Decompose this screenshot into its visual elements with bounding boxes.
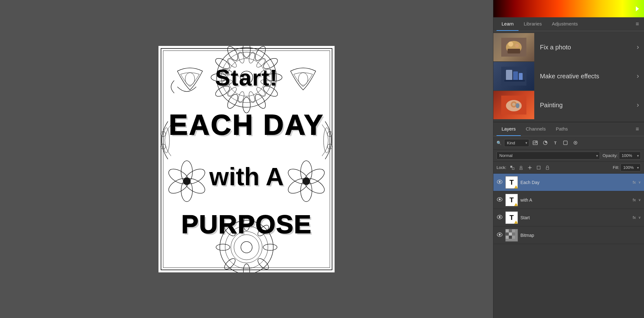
svg-rect-89: [512, 168, 514, 170]
layer-name-start: Start: [520, 215, 630, 220]
svg-rect-85: [564, 141, 567, 145]
svg-point-95: [499, 181, 501, 183]
type-icon: T: [554, 141, 557, 145]
layer-name-bitmap: Bitmap: [520, 233, 641, 238]
layer-item-start[interactable]: T ! Start fx ∨: [493, 209, 644, 226]
kind-select-wrapper[interactable]: Kind: [504, 139, 529, 147]
filter-type-btn[interactable]: T: [551, 139, 559, 147]
canvas-text-each-day: EACH DAY: [169, 109, 324, 141]
lock-image-btn[interactable]: [518, 164, 525, 171]
lock-position-btn[interactable]: [526, 164, 533, 171]
artwork-canvas: Start! EACH DAY with A PURPOSE: [158, 46, 335, 272]
layer-thumb-bitmap: [505, 229, 518, 242]
layers-list: T ! Each Day fx ∨ T ! with A fx ∨: [493, 174, 644, 318]
layer-thumb-each-day: T !: [505, 176, 518, 189]
fill-label: Fill:: [613, 165, 619, 170]
layers-panel-tabs: Layers Channels Paths ≡: [493, 122, 644, 136]
layer-thumb-text-icon-with-a: T: [509, 196, 514, 204]
layer-item-bitmap[interactable]: Bitmap: [493, 226, 644, 244]
svg-point-57: [183, 177, 191, 185]
svg-rect-116: [509, 236, 512, 239]
color-gradient: [493, 0, 644, 17]
lock-artboard-btn[interactable]: [535, 164, 542, 171]
filter-shape-btn[interactable]: [561, 139, 569, 147]
svg-rect-73: [506, 70, 512, 81]
svg-rect-92: [537, 166, 540, 169]
learn-card-fix-photo-label: Fix a photo: [534, 44, 637, 51]
blend-mode-select[interactable]: Normal: [497, 152, 600, 159]
tab-learn[interactable]: Learn: [497, 17, 519, 31]
layer-fx-arrow-each-day[interactable]: ∨: [638, 180, 641, 184]
learn-panel-menu-icon[interactable]: ≡: [634, 20, 641, 29]
color-bar: [493, 0, 644, 17]
search-icon: 🔍: [497, 141, 502, 145]
layer-thumb-with-a: T !: [505, 194, 518, 206]
lock-all-btn[interactable]: [544, 164, 551, 171]
layer-thumb-text-icon-each-day: T: [509, 178, 514, 187]
layer-fx-each-day[interactable]: fx: [633, 180, 636, 185]
layer-fx-with-a[interactable]: fx: [633, 198, 636, 202]
learn-card-fix-photo[interactable]: Fix a photo ›: [493, 33, 644, 61]
svg-point-90: [520, 166, 522, 168]
kind-select[interactable]: Kind: [504, 139, 529, 147]
layer-visibility-start[interactable]: [497, 215, 503, 220]
svg-point-80: [516, 103, 519, 108]
svg-point-69: [508, 42, 513, 47]
canvas-text-purpose: PURPOSE: [181, 209, 312, 239]
lock-pixels-btn[interactable]: [509, 164, 516, 171]
tab-libraries[interactable]: Libraries: [519, 17, 547, 31]
blend-opacity-row: Normal Opacity:: [493, 150, 644, 162]
svg-rect-112: [506, 232, 509, 236]
tab-layers[interactable]: Layers: [497, 122, 521, 136]
layer-thumb-text-icon-start: T: [509, 214, 514, 222]
svg-point-107: [499, 234, 501, 236]
learn-card-creative[interactable]: Make creative effects ›: [493, 62, 644, 90]
svg-rect-76: [504, 80, 525, 81]
color-bar-indicator: [636, 0, 641, 17]
svg-point-87: [575, 142, 576, 143]
fill-control: Fill:: [613, 164, 641, 171]
blend-mode-wrapper[interactable]: Normal: [497, 152, 600, 159]
svg-point-99: [499, 198, 501, 200]
svg-rect-117: [512, 236, 515, 239]
svg-rect-71: [508, 49, 520, 53]
svg-rect-93: [546, 167, 549, 170]
learn-card-painting-thumb: [493, 91, 534, 119]
svg-point-81: [512, 103, 515, 106]
filter-smart-btn[interactable]: [571, 139, 580, 147]
filter-adjustment-btn[interactable]: [541, 139, 549, 147]
svg-rect-88: [510, 166, 512, 168]
opacity-input-wrapper[interactable]: [619, 152, 641, 159]
layer-name-each-day: Each Day: [520, 180, 630, 185]
learn-card-fix-photo-arrow: ›: [637, 43, 644, 51]
layer-visibility-each-day[interactable]: [497, 180, 503, 185]
layer-fx-arrow-with-a[interactable]: ∨: [638, 198, 641, 202]
learn-card-creative-label: Make creative effects: [534, 73, 637, 80]
svg-rect-110: [509, 229, 512, 232]
opacity-input[interactable]: [619, 152, 641, 159]
layer-item-with-a[interactable]: T ! with A fx ∨: [493, 191, 644, 209]
tab-channels[interactable]: Channels: [521, 122, 551, 136]
learn-card-painting-label: Painting: [534, 102, 637, 109]
canvas-text-start: Start!: [215, 65, 278, 91]
svg-text:!: !: [516, 221, 516, 224]
layers-kind-toolbar: 🔍 Kind T: [493, 136, 644, 150]
fill-input[interactable]: [620, 164, 641, 171]
fill-input-wrapper[interactable]: [620, 164, 641, 171]
layer-fx-arrow-start[interactable]: ∨: [638, 215, 641, 220]
layer-visibility-bitmap[interactable]: [497, 232, 503, 238]
learn-card-painting[interactable]: Painting ›: [493, 91, 644, 119]
tab-adjustments[interactable]: Adjustments: [547, 17, 583, 31]
learn-card-painting-arrow: ›: [637, 101, 644, 109]
svg-text:!: !: [516, 204, 516, 206]
tab-paths[interactable]: Paths: [551, 122, 573, 136]
layer-fx-start[interactable]: fx: [633, 215, 636, 220]
svg-rect-111: [512, 229, 515, 232]
learn-card-fix-photo-thumb: [493, 33, 534, 61]
layer-visibility-with-a[interactable]: [497, 197, 503, 203]
canvas-text-with-a: with A: [209, 162, 284, 191]
layer-item-each-day[interactable]: T ! Each Day fx ∨: [493, 174, 644, 191]
filter-image-btn[interactable]: [531, 139, 539, 147]
svg-point-70: [515, 44, 519, 47]
layers-panel-menu-icon[interactable]: ≡: [634, 125, 641, 134]
